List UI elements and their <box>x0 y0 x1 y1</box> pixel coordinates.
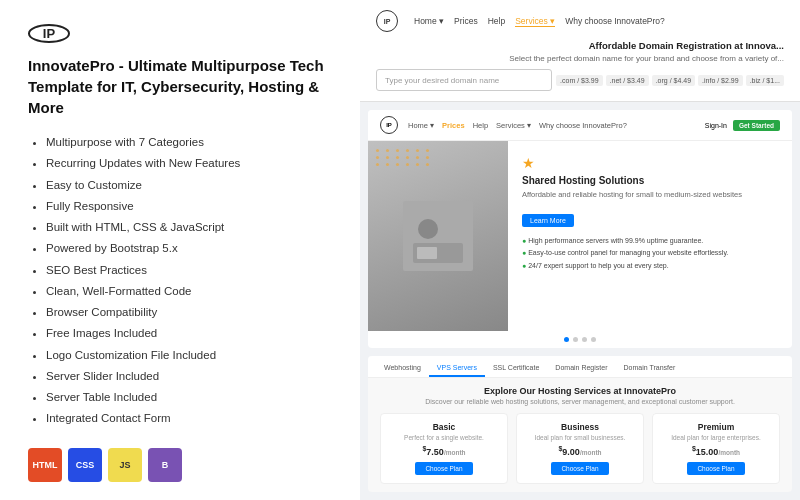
mid-nav-links: Home ▾ Prices Help Services ▾ Why choose… <box>408 121 695 130</box>
domain-subtitle: Select the perfect domain name for your … <box>376 54 784 63</box>
dots-pattern <box>376 149 432 166</box>
card-name-business: Business <box>525 422 635 432</box>
feature-item: Integrated Contact Form <box>46 408 332 429</box>
mid-logo: IP <box>380 116 398 134</box>
product-title: InnovatePro - Ultimate Multipurpose Tech… <box>28 55 332 118</box>
right-panel: IP Home ▾ Prices Help Services ▾ Why cho… <box>360 0 800 500</box>
card-tagline-premium: Ideal plan for large enterprises. <box>661 434 771 441</box>
feature-item: Free Images Included <box>46 323 332 344</box>
top-nav-links: Home ▾ Prices Help Services ▾ Why choose… <box>414 16 665 27</box>
card-name-premium: Premium <box>661 422 771 432</box>
nav-help[interactable]: Help <box>488 16 505 27</box>
feature-item: Logo Customization File Included <box>46 345 332 366</box>
learn-more-button[interactable]: Learn More <box>522 214 574 227</box>
tld-net: .net / $3.49 <box>606 75 649 86</box>
tech-icons-row: HTML CSS JS B <box>28 448 332 482</box>
pricing-cards: Basic Perfect for a single website. $7.5… <box>380 413 780 484</box>
sign-in-link[interactable]: Sign-In <box>705 122 727 129</box>
hosting-tabs: Webhosting VPS Servers SSL Certificate D… <box>368 356 792 378</box>
tld-biz: .biz / $1... <box>746 75 784 86</box>
mid-nav-prices[interactable]: Prices <box>442 121 465 130</box>
hosting-text: ★ Shared Hosting Solutions Affordable an… <box>508 141 792 331</box>
tab-ssl[interactable]: SSL Certificate <box>485 360 547 377</box>
card-price-premium: $15.00/month <box>661 445 771 457</box>
hosting-feature-2: Easy-to-use control panel for managing y… <box>522 247 778 260</box>
tab-vps[interactable]: VPS Servers <box>429 360 485 377</box>
js-icon: JS <box>108 448 142 482</box>
feature-item: Built with HTML, CSS & JavaScript <box>46 217 332 238</box>
hosting-title: Shared Hosting Solutions <box>522 175 778 186</box>
hosting-content: ★ Shared Hosting Solutions Affordable an… <box>368 141 792 331</box>
domain-title: Affordable Domain Registration at Innova… <box>376 40 784 51</box>
feature-item: Clean, Well-Formatted Code <box>46 281 332 302</box>
nav-home[interactable]: Home ▾ <box>414 16 444 27</box>
pricing-content: Explore Our Hosting Services at Innovate… <box>368 378 792 492</box>
mid-nav-home[interactable]: Home ▾ <box>408 121 434 130</box>
carousel-dot-1[interactable] <box>564 337 569 342</box>
carousel-dot-4[interactable] <box>591 337 596 342</box>
features-list: Multipurpose with 7 Categories Recurring… <box>28 132 332 430</box>
get-started-button[interactable]: Get Started <box>733 120 780 131</box>
svg-rect-3 <box>417 247 437 259</box>
card-price-basic: $7.50/month <box>389 445 499 457</box>
feature-item: Multipurpose with 7 Categories <box>46 132 332 153</box>
feature-item: Server Table Included <box>46 387 332 408</box>
mid-nav-help[interactable]: Help <box>473 121 488 130</box>
left-panel: IP InnovatePro - Ultimate Multipurpose T… <box>0 0 360 500</box>
carousel-dot-2[interactable] <box>573 337 578 342</box>
feature-item: Powered by Bootstrap 5.x <box>46 238 332 259</box>
feature-item: Server Slider Included <box>46 366 332 387</box>
domain-screenshot: IP Home ▾ Prices Help Services ▾ Why cho… <box>360 0 800 102</box>
nav-services[interactable]: Services ▾ <box>515 16 555 27</box>
pricing-section: Webhosting VPS Servers SSL Certificate D… <box>368 356 792 492</box>
tab-webhosting[interactable]: Webhosting <box>376 360 429 377</box>
tab-domain-register[interactable]: Domain Register <box>547 360 615 377</box>
feature-item: Fully Responsive <box>46 196 332 217</box>
choose-plan-premium[interactable]: Choose Plan <box>687 462 744 475</box>
top-nav: IP Home ▾ Prices Help Services ▾ Why cho… <box>376 10 784 32</box>
pricing-subtitle: Discover our reliable web hosting soluti… <box>380 398 780 405</box>
hosting-screenshot: IP Home ▾ Prices Help Services ▾ Why cho… <box>368 110 792 348</box>
card-price-business: $9.00/month <box>525 445 635 457</box>
pricing-card-basic: Basic Perfect for a single website. $7.5… <box>380 413 508 484</box>
hosting-description: Affordable and reliable hosting for smal… <box>522 190 778 201</box>
domain-search-input[interactable]: Type your desired domain name <box>376 69 552 91</box>
carousel-dot-3[interactable] <box>582 337 587 342</box>
card-tagline-basic: Perfect for a single website. <box>389 434 499 441</box>
tld-info: .info / $2.99 <box>698 75 743 86</box>
nav-prices[interactable]: Prices <box>454 16 478 27</box>
carousel-dots <box>368 331 792 348</box>
tld-org: .org / $4.49 <box>652 75 695 86</box>
card-name-basic: Basic <box>389 422 499 432</box>
tld-tags: .com / $3.99 .net / $3.49 .org / $4.49 .… <box>556 75 784 86</box>
hosting-feature-3: 24/7 expert support to help you at every… <box>522 260 778 273</box>
pricing-title: Explore Our Hosting Services at Innovate… <box>380 386 780 396</box>
tld-com: .com / $3.99 <box>556 75 603 86</box>
hosting-image <box>368 141 508 331</box>
choose-plan-business[interactable]: Choose Plan <box>551 462 608 475</box>
html-icon: HTML <box>28 448 62 482</box>
choose-plan-basic[interactable]: Choose Plan <box>415 462 472 475</box>
pricing-card-business: Business Ideal plan for small businesses… <box>516 413 644 484</box>
mid-nav-services[interactable]: Services ▾ <box>496 121 531 130</box>
pricing-card-premium: Premium Ideal plan for large enterprises… <box>652 413 780 484</box>
mid-nav-right: Sign-In Get Started <box>705 120 780 131</box>
logo: IP <box>28 24 70 43</box>
domain-search-row: Type your desired domain name .com / $3.… <box>376 69 784 91</box>
star-icon: ★ <box>522 155 778 171</box>
top-nav-logo: IP <box>376 10 398 32</box>
hosting-features: High performance servers with 99.9% upti… <box>522 235 778 273</box>
hosting-feature-1: High performance servers with 99.9% upti… <box>522 235 778 248</box>
hosting-photo <box>368 141 508 331</box>
mid-nav-why[interactable]: Why choose InnovatePro? <box>539 121 627 130</box>
nav-why[interactable]: Why choose InnovatePro? <box>565 16 665 27</box>
feature-item: SEO Best Practices <box>46 260 332 281</box>
bootstrap-icon: B <box>148 448 182 482</box>
feature-item: Easy to Customize <box>46 175 332 196</box>
feature-item: Recurring Updates with New Features <box>46 153 332 174</box>
feature-item: Browser Compatibility <box>46 302 332 323</box>
mid-nav: IP Home ▾ Prices Help Services ▾ Why cho… <box>368 110 792 141</box>
card-tagline-business: Ideal plan for small businesses. <box>525 434 635 441</box>
css-icon: CSS <box>68 448 102 482</box>
tab-domain-transfer[interactable]: Domain Transfer <box>616 360 684 377</box>
